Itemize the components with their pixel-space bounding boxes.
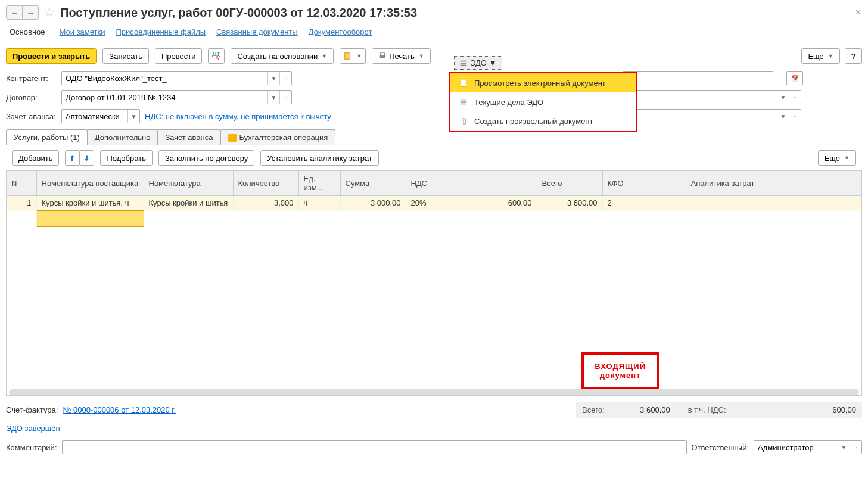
svg-rect-8 [461,79,466,86]
dt-kt-button[interactable]: ДтКт [208,48,225,64]
col-total[interactable]: Всего [537,171,602,196]
date-input[interactable]: 📅 [786,71,803,85]
warning-icon [228,134,237,142]
table-row[interactable]: 1 Курсы кройки и шитья, ч Курсы кройки и… [7,196,861,211]
col-nom[interactable]: Номенклатура [144,171,233,196]
tab-accounting[interactable]: Бухгалтерская операция [220,129,336,145]
counterparty-input[interactable]: ▼▫ [61,71,292,85]
post-close-button[interactable]: Провести и закрыть [6,48,97,64]
col-analytics[interactable]: Аналитика затрат [686,171,861,196]
col-unit[interactable]: Ед. изм... [298,171,340,196]
advance-label: Зачет аванса: [6,112,57,121]
invoice-label: Счет-фактура: [6,405,58,414]
svg-rect-6 [461,63,467,64]
col-qty[interactable]: Количество [233,171,298,196]
edo-create-arbitrary[interactable]: Создать произвольный документ [450,111,636,131]
contract-input[interactable]: ▼▫ [61,90,292,104]
help-button[interactable]: ? [845,48,862,64]
svg-rect-10 [461,101,467,103]
nav-back-button[interactable]: ← [6,5,23,20]
responsible-input[interactable]: ▼▫ [754,440,862,454]
nav-main[interactable]: Основное [6,25,49,39]
tab-advance[interactable]: Зачет аванса [157,129,220,145]
nav-files[interactable]: Присоединенные файлы [116,27,206,36]
set-analytics-button[interactable]: Установить аналитику затрат [260,150,378,166]
close-button[interactable]: × [855,7,861,18]
edo-current-affairs[interactable]: Текущие дела ЭДО [450,92,636,111]
nav-docflow[interactable]: Документооборот [309,27,372,36]
attach-button[interactable]: ▼ [340,48,366,64]
row-down-button[interactable]: ⬇ [79,150,94,166]
paperclip-icon [459,116,468,126]
svg-text:Кт: Кт [216,54,221,60]
col-kfo[interactable]: КФО [602,171,686,196]
edo-view-document[interactable]: Просмотреть электронный документ [450,73,636,92]
horizontal-scrollbar[interactable] [9,389,859,395]
print-button[interactable]: Печать▼ [372,48,431,64]
svg-rect-7 [461,64,467,66]
col-vat[interactable]: НДС [406,171,537,196]
svg-rect-5 [461,60,467,61]
incoming-stamp: ВХОДЯЩИЙдокумент [581,352,659,389]
vat-settings-link[interactable]: НДС: не включен в сумму, не принимается … [145,112,331,121]
nav-forward-button[interactable]: → [22,5,39,20]
document-icon [459,78,468,88]
contract-label: Договор: [6,93,57,102]
totals-box: Всего: 3 600,00 в т.ч. НДС: 600,00 [576,402,862,418]
svg-rect-2 [345,53,350,60]
edo-button[interactable]: ЭДО▼ [454,56,502,70]
row-up-button[interactable]: ⬆ [65,150,80,166]
number-input[interactable] [623,71,773,85]
col-n[interactable]: N [7,171,36,196]
nav-notes[interactable]: Мои заметки [60,27,105,36]
svg-rect-9 [461,100,467,101]
svg-rect-4 [381,53,385,55]
dept-input[interactable]: ▼▫ [623,109,801,123]
list-icon [459,97,468,107]
table-row[interactable] [7,211,861,227]
nav-related[interactable]: Связанные документы [216,27,298,36]
counterparty-label: Контрагент: [6,74,57,83]
advance-select[interactable]: ▼ [61,109,140,123]
editing-cell[interactable] [36,211,144,227]
org-input[interactable]: ▼▫ [623,90,801,104]
edo-status-link[interactable]: ЭДО завершен [6,424,60,433]
pick-button[interactable]: Подобрать [100,150,152,166]
col-nom-supplier[interactable]: Номенклатура поставщика [36,171,144,196]
invoice-link[interactable]: № 0000-000006 от 12.03.2020 г. [63,405,176,414]
fill-contract-button[interactable]: Заполнить по договору [158,150,254,166]
services-table[interactable]: N Номенклатура поставщика Номенклатура К… [6,170,862,396]
responsible-label: Ответственный: [692,443,749,452]
table-more-button[interactable]: Еще▼ [818,150,856,166]
page-title: Поступление услуг, работ 00ГУ-000003 от … [60,6,417,20]
tab-additional[interactable]: Дополнительно [87,129,158,145]
favorite-star-icon[interactable]: ☆ [43,5,55,20]
tab-services[interactable]: Услуги, работы (1) [6,129,88,145]
create-based-button[interactable]: Создать на основании▼ [231,48,334,64]
add-row-button[interactable]: Добавить [12,150,59,166]
col-sum[interactable]: Сумма [340,171,406,196]
more-button[interactable]: Еще▼ [801,48,839,64]
save-button[interactable]: Записать [102,48,149,64]
comment-label: Комментарий: [6,443,57,452]
comment-input[interactable] [62,440,687,454]
svg-rect-11 [461,104,467,105]
post-button[interactable]: Провести [155,48,203,64]
edo-dropdown: ЭДО▼ Просмотреть электронный документ Те… [449,72,637,132]
